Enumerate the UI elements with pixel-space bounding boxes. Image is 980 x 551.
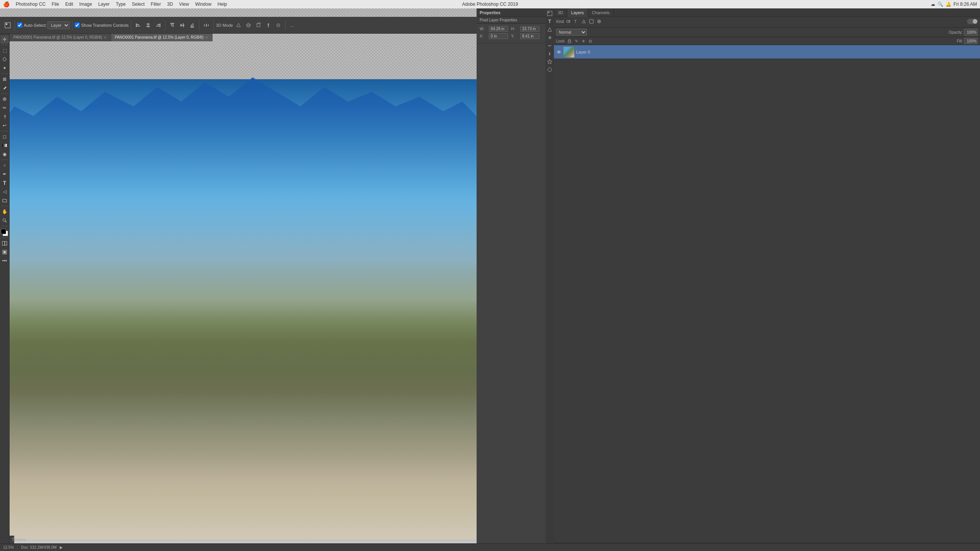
marquee-tool[interactable]: ⬚ — [0, 46, 9, 55]
align-left[interactable] — [134, 21, 143, 30]
y-value[interactable]: 8.41 in — [520, 33, 539, 39]
auto-select-checkbox[interactable] — [17, 23, 22, 28]
menu-file[interactable]: File — [49, 0, 62, 8]
notification-icon[interactable]: 🔔 — [946, 2, 951, 7]
eraser-tool[interactable]: ◻ — [0, 132, 9, 141]
filter-icon-5[interactable] — [596, 18, 602, 24]
fill-input[interactable] — [964, 38, 978, 44]
align-bottom[interactable] — [188, 21, 197, 30]
menu-view[interactable]: View — [176, 0, 192, 8]
pen-tool[interactable]: ✒ — [0, 170, 9, 178]
layer-item-0[interactable]: Layer 0 — [554, 45, 980, 59]
tab-2-close[interactable]: ✕ — [205, 36, 208, 39]
lasso-tool[interactable] — [0, 55, 9, 64]
tab-channels[interactable]: Channels — [588, 8, 614, 17]
gradient-tool[interactable] — [0, 141, 9, 150]
filter-toggle[interactable] — [967, 19, 978, 24]
quick-selection-tool[interactable]: ✦ — [0, 64, 9, 72]
search-icon[interactable]: 🔍 — [938, 2, 943, 7]
sep-6 — [213, 20, 214, 31]
menu-3d[interactable]: 3D — [164, 0, 176, 8]
tab-layers[interactable]: Layers — [567, 8, 588, 17]
prop-icon-info[interactable]: ℹ — [546, 50, 553, 57]
brush-tool[interactable]: ✏ — [0, 104, 9, 112]
filter-icon-4[interactable] — [588, 18, 595, 24]
menu-image[interactable]: Image — [76, 0, 95, 8]
type-tool[interactable]: T — [0, 179, 9, 187]
lock-icon-all[interactable] — [567, 38, 572, 44]
menu-photoshop[interactable]: Photoshop CC — [13, 0, 49, 8]
tab-3d[interactable]: 3D — [554, 8, 567, 17]
align-center-v[interactable] — [178, 21, 187, 30]
prop-icon-vector[interactable] — [546, 26, 553, 33]
distribute-horiz[interactable] — [202, 21, 211, 30]
screen-mode[interactable] — [0, 248, 9, 256]
zoom-tool[interactable] — [0, 216, 9, 225]
menu-filter[interactable]: Filter — [148, 0, 164, 8]
3d-mode-btn-5[interactable] — [274, 21, 283, 30]
foreground-color[interactable] — [1, 229, 6, 234]
prop-icon-circle[interactable] — [546, 66, 553, 73]
align-right[interactable] — [154, 21, 163, 30]
menu-select[interactable]: Select — [129, 0, 147, 8]
more-options[interactable]: ... — [288, 21, 297, 30]
path-select-tool[interactable]: ◁ — [0, 187, 9, 196]
tool-preset-picker[interactable] — [3, 21, 12, 30]
timeline-bar[interactable]: Timeline — [10, 536, 14, 543]
layer-visibility-toggle[interactable] — [556, 49, 562, 55]
lock-icon-position[interactable]: ✛ — [581, 38, 586, 44]
color-selector[interactable] — [1, 229, 8, 236]
document-tab-1[interactable]: PANO0001 Panorama.tif @ 12.5% (Layer 0, … — [10, 34, 111, 41]
3d-mode-btn-4[interactable] — [264, 21, 273, 30]
show-transform-checkbox[interactable] — [75, 23, 80, 28]
menu-type[interactable]: Type — [113, 0, 129, 8]
crop-tool[interactable]: ⊠ — [0, 75, 9, 83]
auto-select-dropdown[interactable]: Layer — [47, 21, 70, 29]
quick-mask-tool[interactable] — [0, 239, 9, 248]
move-tool[interactable]: ✛ — [0, 35, 9, 44]
clone-tool[interactable] — [0, 112, 9, 121]
lock-icon-paint[interactable]: ✎ — [574, 38, 579, 44]
info-arrow[interactable]: ▶ — [60, 545, 63, 549]
prop-icon-star[interactable] — [546, 58, 553, 65]
right-inner: Properties Pixel Layer Properties W: 64.… — [477, 8, 980, 551]
prop-icon-pixel[interactable] — [546, 10, 553, 17]
blend-mode-dropdown[interactable]: Normal — [556, 29, 587, 36]
prop-icon-history[interactable]: ↩ — [546, 42, 553, 49]
filter-icon-3[interactable] — [581, 18, 587, 24]
width-value[interactable]: 64.29 in — [489, 26, 508, 32]
history-brush-tool[interactable]: ↩ — [0, 121, 9, 130]
menu-layer[interactable]: Layer — [95, 0, 113, 8]
properties-area: Properties Pixel Layer Properties W: 64.… — [477, 8, 546, 551]
eyedropper-tool[interactable] — [0, 84, 9, 92]
filter-icon-2[interactable]: T — [573, 18, 579, 24]
3d-mode-btn-2[interactable] — [244, 21, 253, 30]
align-top[interactable] — [168, 21, 177, 30]
extra-options[interactable]: ••• — [0, 257, 9, 265]
document-tab-2[interactable]: PANO0001 Panorama.tif @ 12.5% (Layer 0, … — [111, 34, 212, 41]
height-value[interactable]: 23.73 in — [520, 26, 539, 32]
healing-tool[interactable] — [0, 95, 9, 103]
svg-rect-30 — [190, 27, 194, 28]
prop-icon-type[interactable]: T — [546, 18, 553, 25]
blur-tool[interactable]: ◉ — [0, 150, 9, 158]
dodge-tool[interactable]: ○ — [0, 161, 9, 170]
3d-mode-btn-1[interactable] — [234, 21, 243, 30]
menu-help[interactable]: Help — [214, 0, 230, 8]
apple-logo[interactable]: 🍎 — [3, 1, 10, 7]
prop-icon-gear[interactable]: ⚙ — [546, 34, 553, 41]
opacity-input[interactable] — [964, 29, 978, 36]
menu-window[interactable]: Window — [192, 0, 215, 8]
canvas-scroll[interactable] — [0, 8, 477, 551]
3d-mode-btn-3[interactable] — [254, 21, 263, 30]
menu-edit[interactable]: Edit — [62, 0, 76, 8]
x-value[interactable]: 0 in — [489, 33, 508, 39]
lock-icon-artboard[interactable]: ⊟ — [588, 38, 593, 44]
svg-text:T: T — [574, 20, 577, 24]
align-center-h[interactable] — [144, 21, 153, 30]
tab-1-close[interactable]: ✕ — [104, 36, 107, 39]
height-label: H: — [511, 27, 519, 31]
filter-icon-1[interactable] — [565, 18, 572, 24]
hand-tool[interactable]: ✋ — [0, 207, 9, 216]
shape-tool[interactable] — [0, 196, 9, 205]
